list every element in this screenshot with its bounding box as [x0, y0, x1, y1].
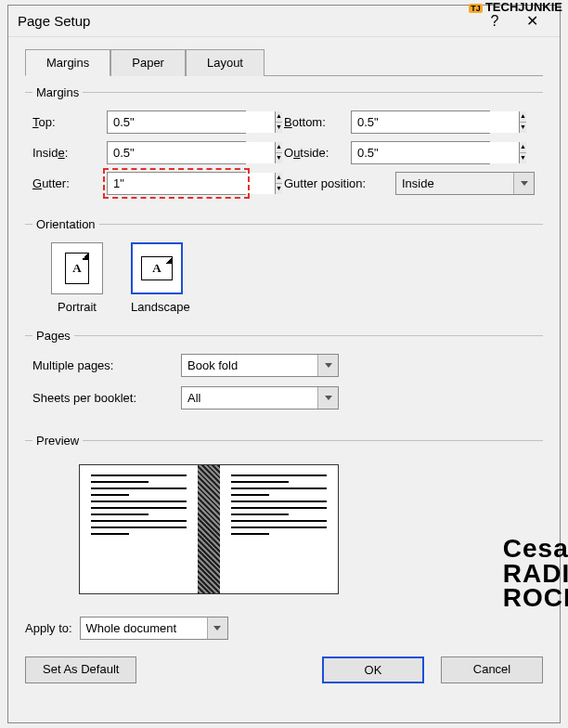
landscape-label: Landscape: [131, 300, 190, 314]
section-pages-legend: Pages: [32, 329, 74, 343]
tab-paper[interactable]: Paper: [110, 49, 186, 76]
applyto-dropdown[interactable]: Whole document: [80, 617, 228, 640]
tab-layout[interactable]: Layout: [186, 49, 265, 76]
inside-spin-up[interactable]: ▲: [276, 142, 282, 153]
multiple-pages-dropdown[interactable]: Book fold: [181, 354, 339, 377]
bottom-spin-down[interactable]: ▼: [520, 123, 526, 133]
gutter-spin-down[interactable]: ▼: [276, 184, 282, 194]
multiple-pages-arrow[interactable]: [317, 355, 338, 376]
landscape-icon: A: [141, 256, 173, 280]
chevron-down-icon: [521, 181, 528, 186]
section-margins-legend: Margins: [32, 85, 83, 99]
inside-label: Inside:: [32, 146, 107, 160]
section-preview: Preview Cesar: [25, 434, 543, 607]
portrait-label: Portrait: [51, 300, 103, 314]
chevron-down-icon: [325, 396, 332, 400]
top-label: Top:: [32, 115, 107, 129]
tabstrip: Margins Paper Layout: [25, 48, 543, 76]
tab-margins[interactable]: Margins: [25, 49, 110, 76]
portrait-icon: A: [65, 253, 89, 284]
outside-label: Outside:: [284, 146, 351, 160]
bottom-label: Bottom:: [284, 115, 351, 129]
outside-spin-up[interactable]: ▲: [520, 142, 526, 153]
dialog-title: Page Setup: [18, 13, 476, 29]
outside-spin-down[interactable]: ▼: [520, 153, 526, 163]
top-input[interactable]: [108, 111, 275, 133]
outside-input[interactable]: [352, 142, 519, 163]
section-pages: Pages Multiple pages: Book fold Sheets p…: [25, 329, 543, 432]
close-button[interactable]: ✕: [513, 12, 550, 30]
help-button[interactable]: ?: [476, 13, 513, 30]
applyto-label: Apply to:: [25, 621, 72, 635]
inside-spinner[interactable]: ▲▼: [107, 141, 246, 164]
sheets-label: Sheets per booklet:: [32, 391, 181, 405]
bottom-input[interactable]: [352, 111, 519, 133]
multiple-pages-label: Multiple pages:: [32, 358, 181, 372]
orientation-portrait[interactable]: A Portrait: [51, 242, 103, 314]
watermark-cesar: Cesar RADIO ROCK: [503, 537, 568, 611]
section-preview-legend: Preview: [32, 434, 83, 448]
orientation-landscape[interactable]: A Landscape: [131, 242, 190, 314]
chevron-down-icon: [325, 363, 332, 368]
section-orientation-legend: Orientation: [32, 217, 99, 231]
gutterpos-arrow: [513, 173, 534, 194]
bottom-spinner[interactable]: ▲▼: [351, 110, 490, 134]
ok-button[interactable]: OK: [322, 656, 424, 683]
cancel-button[interactable]: Cancel: [441, 656, 543, 683]
multiple-pages-value: Book fold: [182, 355, 317, 376]
bottom-spin-up[interactable]: ▲: [520, 111, 526, 123]
top-spin-up[interactable]: ▲: [276, 111, 282, 123]
page-setup-dialog: Page Setup ? ✕ Margins Paper Layout Marg…: [7, 5, 561, 723]
gutter-input[interactable]: [108, 173, 275, 194]
applyto-value: Whole document: [81, 618, 207, 639]
sheets-value: All: [182, 387, 317, 409]
sheets-arrow[interactable]: [317, 387, 338, 409]
section-margins: Margins Top: ▲▼ Bottom: ▲▼: [25, 85, 543, 215]
inside-input[interactable]: [108, 142, 275, 163]
gutter-spin-up[interactable]: ▲: [276, 173, 282, 184]
outside-spinner[interactable]: ▲▼: [351, 141, 490, 164]
gutterpos-value: Inside: [396, 173, 513, 194]
gutterpos-label: Gutter position:: [284, 176, 395, 190]
gutter-label: Gutter:: [32, 176, 107, 190]
top-spin-down[interactable]: ▼: [276, 123, 282, 133]
inside-spin-down[interactable]: ▼: [276, 153, 282, 163]
sheets-dropdown[interactable]: All: [181, 386, 339, 410]
watermark-techjunkie: TJ TECHJUNKIE: [469, 0, 562, 14]
applyto-arrow[interactable]: [207, 618, 227, 639]
preview-book-icon: [79, 464, 339, 594]
gutterpos-dropdown: Inside: [395, 172, 535, 195]
top-spinner[interactable]: ▲▼: [107, 110, 246, 134]
section-orientation: Orientation A Portrait A Landscape: [25, 217, 543, 327]
set-default-button[interactable]: Set As Default: [25, 656, 136, 683]
chevron-down-icon: [213, 626, 221, 630]
gutter-spinner[interactable]: ▲▼: [107, 172, 246, 195]
